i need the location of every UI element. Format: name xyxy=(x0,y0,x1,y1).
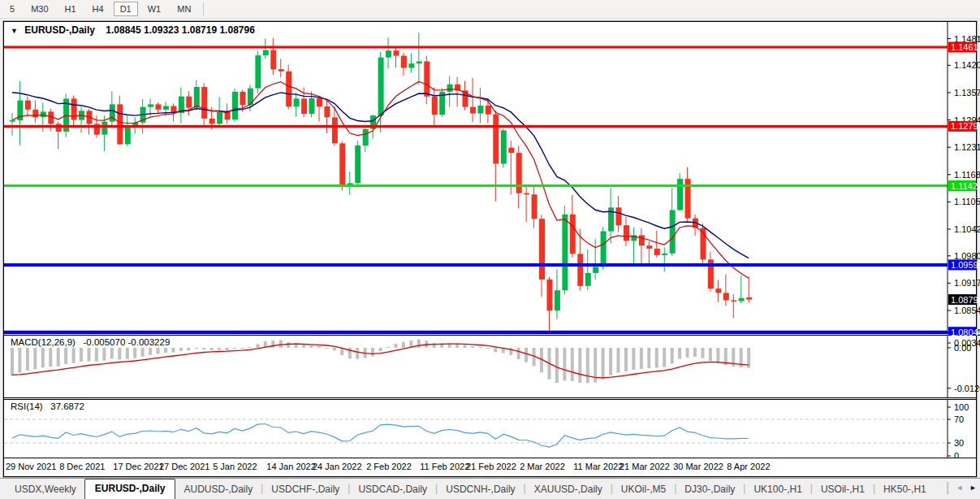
svg-text:30: 30 xyxy=(954,438,964,448)
svg-text:1.12792: 1.12792 xyxy=(951,121,980,131)
date-axis-label: 5 Jan 2022 xyxy=(213,462,257,471)
svg-text:-0.012058: -0.012058 xyxy=(954,384,980,393)
svg-text:1.11680: 1.11680 xyxy=(954,170,980,180)
date-axis-label: 27 Dec 2021 xyxy=(159,462,209,471)
macd-label: MACD(12,26,9) -0.005070 -0.003229 xyxy=(11,337,170,347)
date-axis-label: 11 Mar 2022 xyxy=(573,462,623,471)
timeframe-button-d1[interactable]: D1 xyxy=(114,2,138,16)
svg-text:1.08796: 1.08796 xyxy=(951,295,980,305)
tab-xauusd-daily[interactable]: XAUUSD-,Daily xyxy=(526,481,611,499)
rsi-value: 37.6872 xyxy=(50,401,84,411)
tab-usdcad-daily[interactable]: USDCAD-,Daily xyxy=(350,481,435,499)
svg-text:70: 70 xyxy=(954,414,964,424)
price-chart-canvas[interactable]: 1.148151.142001.135701.129401.123101.116… xyxy=(4,22,976,333)
rsi-canvas[interactable]: 10070300 xyxy=(4,400,976,458)
date-axis-label: 8 Apr 2022 xyxy=(727,462,770,471)
svg-text:1.10420: 1.10420 xyxy=(954,224,980,234)
timeframe-button-mn[interactable]: MN xyxy=(171,2,197,16)
rsi-line xyxy=(12,424,749,448)
svg-text:1.14618: 1.14618 xyxy=(951,42,980,52)
tab-usoil-h1[interactable]: USOil-,H1 xyxy=(813,481,873,499)
macd-panel[interactable]: MACD(12,26,9) -0.005070 -0.003229 0.0034… xyxy=(4,336,976,397)
tab-scroll-right-button[interactable]: ► xyxy=(969,484,977,492)
chart-symbol-label: EURUSD-,Daily xyxy=(24,24,95,36)
date-axis-label: 29 Nov 2021 xyxy=(6,462,56,471)
svg-text:100: 100 xyxy=(954,402,969,412)
tab-eurusd-daily[interactable]: EURUSD-,Daily xyxy=(84,479,176,499)
chart-tab-bar: USDX,WeeklyEURUSD-,DailyAUDUSD-,Daily|US… xyxy=(0,478,980,499)
date-axis-label: 30 Mar 2022 xyxy=(673,462,723,471)
date-axis-label: 17 Dec 2021 xyxy=(113,462,163,471)
tab-hk50-h1[interactable]: HK50-,H1 xyxy=(875,481,935,499)
toolbar-separator xyxy=(203,2,204,15)
tab-uk100-h1[interactable]: UK100-,H1 xyxy=(745,481,809,499)
date-axis-label: 2 Mar 2022 xyxy=(520,462,565,471)
date-axis[interactable]: 29 Nov 20218 Dec 202117 Dec 202127 Dec 2… xyxy=(4,458,976,476)
svg-text:1.12310: 1.12310 xyxy=(954,142,980,152)
timeframe-button-m30[interactable]: M30 xyxy=(24,2,54,16)
date-axis-label: 8 Dec 2021 xyxy=(59,462,105,471)
macd-values: -0.005070 -0.003229 xyxy=(84,337,171,347)
timeframe-button-h4[interactable]: H4 xyxy=(86,2,110,16)
svg-text:1.11422: 1.11422 xyxy=(951,181,980,191)
tab-usdchf-daily[interactable]: USDCHF-,Daily xyxy=(263,481,348,499)
timeframe-button-5[interactable]: 5 xyxy=(3,2,21,16)
tab-ukoil-m5[interactable]: UKOil-,M5 xyxy=(613,481,674,499)
date-axis-label: 2 Feb 2022 xyxy=(366,462,412,471)
price-chart-panel[interactable]: ▼ EURUSD-,Daily 1.08845 1.09323 1.08719 … xyxy=(4,22,976,333)
svg-text:1.13570: 1.13570 xyxy=(954,88,980,98)
date-axis-label: 24 Jan 2022 xyxy=(313,462,362,471)
svg-text:1.08545: 1.08545 xyxy=(954,306,980,315)
tab-scroll-left-button[interactable]: ◄ xyxy=(956,484,963,492)
chart-window: ▼ EURUSD-,Daily 1.08845 1.09323 1.08719 … xyxy=(3,21,977,477)
chart-ohlc-values: 1.08845 1.09323 1.08719 1.08796 xyxy=(106,24,255,36)
timeframe-toolbar: 5M30H1H4D1W1MN xyxy=(0,0,980,19)
rsi-label: RSI(14) 37.6872 xyxy=(11,401,84,411)
rsi-panel[interactable]: RSI(14) 37.6872 10070300 xyxy=(4,400,976,458)
svg-text:0.00: 0.00 xyxy=(954,343,971,353)
svg-text:1.09596: 1.09596 xyxy=(951,260,980,270)
candles-layer xyxy=(10,33,752,332)
chart-title: ▼ EURUSD-,Daily 1.08845 1.09323 1.08719 … xyxy=(11,24,255,36)
svg-text:1.09175: 1.09175 xyxy=(954,278,980,288)
svg-text:1.14200: 1.14200 xyxy=(954,60,980,70)
collapse-icon[interactable]: ▼ xyxy=(11,27,18,35)
date-axis-label: 14 Jan 2022 xyxy=(266,462,316,471)
svg-text:1.11050: 1.11050 xyxy=(954,197,980,206)
tab-usdx-weekly[interactable]: USDX,Weekly xyxy=(6,481,84,499)
date-axis-label: 21 Mar 2022 xyxy=(620,462,670,471)
date-axis-label: 11 Feb 2022 xyxy=(420,462,469,471)
tab-dj30-daily[interactable]: DJ30-,Daily xyxy=(676,481,743,499)
timeframe-button-w1[interactable]: W1 xyxy=(141,2,168,16)
date-axis-label: 21 Feb 2022 xyxy=(466,462,516,471)
tab-audusd-daily[interactable]: AUDUSD-,Daily xyxy=(175,481,261,499)
timeframe-button-h1[interactable]: H1 xyxy=(58,2,83,16)
tab-usdcnh-daily[interactable]: USDCNH-,Daily xyxy=(438,481,523,499)
